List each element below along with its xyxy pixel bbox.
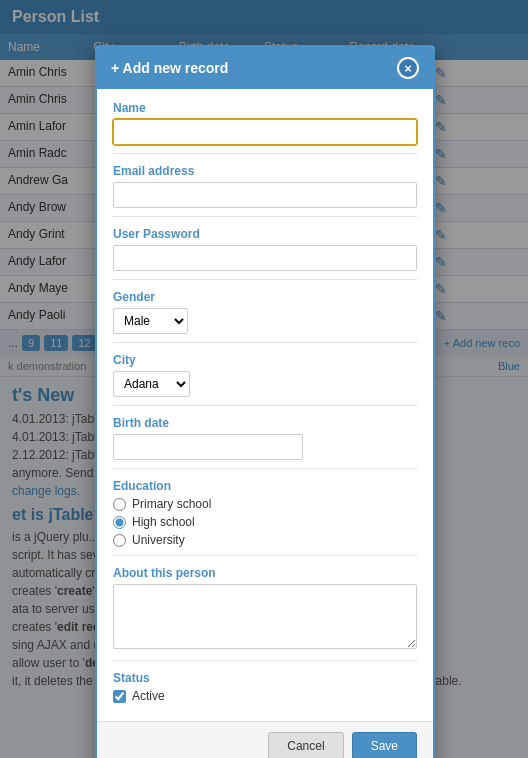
- email-input[interactable]: [113, 182, 417, 208]
- about-group: About this person: [113, 566, 417, 661]
- education-highschool-item[interactable]: High school: [113, 515, 417, 529]
- modal-header: + Add new record ×: [97, 47, 433, 89]
- email-group: Email address: [113, 164, 417, 217]
- active-checkbox-row[interactable]: Active: [113, 689, 417, 703]
- status-label: Status: [113, 671, 417, 685]
- gender-label: Gender: [113, 290, 417, 304]
- education-highschool-label: High school: [132, 515, 195, 529]
- add-record-modal: + Add new record × Name Email address Us…: [95, 45, 435, 758]
- city-group: City Adana Istanbul Ankara: [113, 353, 417, 406]
- education-primary-item[interactable]: Primary school: [113, 497, 417, 511]
- password-group: User Password: [113, 227, 417, 280]
- education-primary-radio[interactable]: [113, 498, 126, 511]
- active-checkbox[interactable]: [113, 690, 126, 703]
- education-group: Education Primary school High school Uni…: [113, 479, 417, 556]
- modal-close-button[interactable]: ×: [397, 57, 419, 79]
- modal-title: + Add new record: [111, 60, 228, 76]
- name-group: Name: [113, 101, 417, 154]
- password-label: User Password: [113, 227, 417, 241]
- birthdate-input[interactable]: [113, 434, 303, 460]
- city-label: City: [113, 353, 417, 367]
- education-radio-group: Primary school High school University: [113, 497, 417, 547]
- cancel-button[interactable]: Cancel: [268, 732, 343, 758]
- education-university-item[interactable]: University: [113, 533, 417, 547]
- about-label: About this person: [113, 566, 417, 580]
- gender-select[interactable]: Male Female: [113, 308, 188, 334]
- modal-footer: Cancel Save: [97, 721, 433, 758]
- birthdate-group: Birth date: [113, 416, 417, 469]
- education-label: Education: [113, 479, 417, 493]
- status-group: Status Active: [113, 671, 417, 703]
- education-university-radio[interactable]: [113, 534, 126, 547]
- about-textarea[interactable]: [113, 584, 417, 649]
- save-button[interactable]: Save: [352, 732, 417, 758]
- modal-body: Name Email address User Password Gender …: [97, 89, 433, 721]
- email-label: Email address: [113, 164, 417, 178]
- city-select[interactable]: Adana Istanbul Ankara: [113, 371, 190, 397]
- education-university-label: University: [132, 533, 185, 547]
- password-input[interactable]: [113, 245, 417, 271]
- name-label: Name: [113, 101, 417, 115]
- education-highschool-radio[interactable]: [113, 516, 126, 529]
- gender-group: Gender Male Female: [113, 290, 417, 343]
- birthdate-label: Birth date: [113, 416, 417, 430]
- name-input[interactable]: [113, 119, 417, 145]
- active-label: Active: [132, 689, 165, 703]
- education-primary-label: Primary school: [132, 497, 211, 511]
